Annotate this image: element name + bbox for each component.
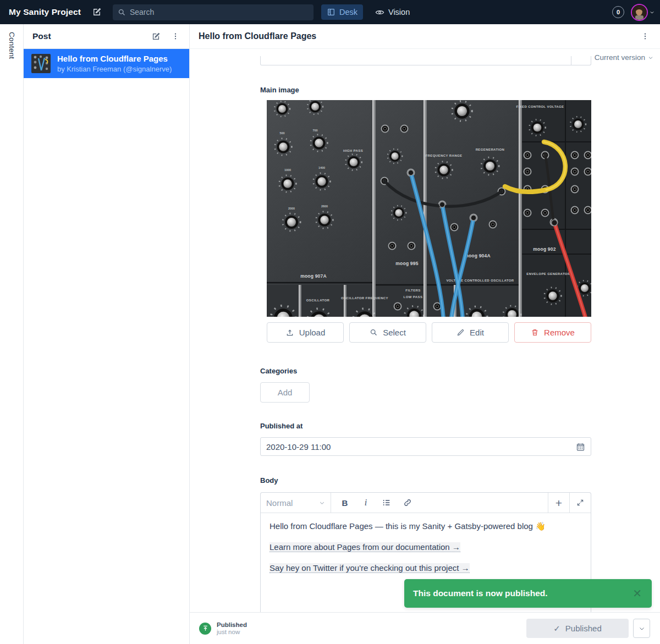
- pane-title: Post: [32, 31, 51, 41]
- photo-knob-label: 1400: [318, 166, 325, 169]
- field-action-segment[interactable]: [571, 56, 591, 65]
- remove-button[interactable]: Remove: [514, 322, 591, 343]
- edit-button[interactable]: Edit: [432, 322, 509, 343]
- post-item-title: Hello from Cloudflare Pages: [57, 54, 172, 64]
- close-icon[interactable]: ✕: [630, 586, 644, 601]
- expand-icon: [576, 499, 584, 507]
- photo-label: moog 904A: [464, 253, 491, 258]
- pencil-icon: [457, 328, 465, 337]
- add-category-button[interactable]: Add: [260, 382, 310, 403]
- photo-label: OSCILLATOR: [306, 299, 330, 302]
- photo-label: moog 907A: [300, 273, 327, 279]
- body-link-twitter[interactable]: Say hey on Twitter if you're checking ou…: [270, 563, 470, 573]
- photo-label: FREQUENCY RANGE: [426, 154, 463, 157]
- post-list-item[interactable]: Hello from Cloudflare Pages by Kristian …: [24, 49, 189, 78]
- document-footer: Published just now ✓ Published: [190, 612, 660, 644]
- bold-button[interactable]: B: [336, 494, 354, 511]
- editor-toolbar: Normal B i: [261, 493, 591, 513]
- photo-label: LOW PASS: [404, 295, 423, 299]
- upload-button[interactable]: Upload: [267, 322, 344, 343]
- photo-label: ENVELOPE GENERATOR: [526, 272, 570, 276]
- body-label: Body: [260, 476, 591, 485]
- check-icon: ✓: [553, 624, 560, 634]
- bullet-list-icon: [382, 498, 391, 507]
- eye-icon: [375, 8, 384, 17]
- photo-knob-label: 2000: [288, 207, 295, 210]
- calendar-icon[interactable]: [576, 442, 585, 452]
- top-navbar: My Sanity Project Desk Vision 0: [0, 0, 660, 24]
- publish-menu-button[interactable]: [633, 619, 650, 638]
- photo-knob-label: 2600: [321, 205, 328, 208]
- new-document-button[interactable]: [89, 4, 105, 20]
- pane-menu-button[interactable]: [167, 28, 184, 45]
- main-image-preview[interactable]: 500 700 1000 1400 2000 2600 HIGH PASS mo…: [267, 100, 591, 317]
- body-link-docs[interactable]: Learn more about Pages from our document…: [270, 542, 460, 552]
- italic-button[interactable]: i: [356, 494, 375, 511]
- bullet-list-button[interactable]: [377, 494, 396, 511]
- tab-vision[interactable]: Vision: [370, 4, 415, 20]
- post-thumbnail: [31, 54, 51, 73]
- toast-notification: This document is now published. ✕: [404, 579, 652, 608]
- upload-icon: [285, 328, 294, 337]
- kebab-icon: [641, 32, 650, 41]
- document-header: Hello from Cloudflare Pages: [190, 24, 660, 49]
- synth-photo: 500 700 1000 1400 2000 2600 HIGH PASS mo…: [267, 100, 591, 317]
- published-at-input[interactable]: [266, 442, 576, 452]
- post-list-pane: Post Hello from Cloudflare Pages: [24, 24, 190, 644]
- photo-label: OSCILLATOR FREQUENCY: [341, 296, 388, 300]
- link-icon: [403, 498, 412, 507]
- photo-label: FILTERS: [405, 289, 420, 292]
- project-title: My Sanity Project: [9, 7, 81, 17]
- document-title: Hello from Cloudflare Pages: [199, 31, 316, 41]
- published-button-label: Published: [565, 624, 602, 633]
- text-style-select[interactable]: Normal: [261, 493, 331, 513]
- search-icon: [118, 8, 126, 16]
- content-rail-label: Content: [8, 32, 16, 644]
- edit-button-label: Edit: [470, 328, 484, 337]
- compose-icon: [151, 32, 161, 41]
- notification-badge[interactable]: 0: [612, 6, 624, 18]
- photo-knob-label: 700: [312, 129, 317, 132]
- remove-button-label: Remove: [544, 328, 575, 337]
- tab-desk[interactable]: Desk: [321, 4, 363, 20]
- body-content[interactable]: Hello from Cloudflare Pages — this is my…: [261, 513, 591, 581]
- search-box[interactable]: [113, 4, 314, 20]
- photo-label: moog 995: [395, 261, 418, 266]
- published-button[interactable]: ✓ Published: [526, 619, 629, 638]
- document-scroll-area[interactable]: Current version Main image: [190, 49, 660, 612]
- select-button[interactable]: Select: [349, 322, 426, 343]
- tab-desk-label: Desk: [339, 8, 358, 16]
- categories-label: Categories: [260, 367, 591, 375]
- user-menu[interactable]: [631, 4, 654, 21]
- clipped-field-input[interactable]: [260, 56, 591, 65]
- current-version-label: Current version: [595, 53, 645, 62]
- main-image-label: Main image: [260, 86, 591, 94]
- upload-button-label: Upload: [299, 328, 326, 337]
- publish-status-title: Published: [217, 621, 247, 628]
- search-input[interactable]: [130, 8, 309, 16]
- search-icon: [370, 328, 378, 337]
- photo-label: FIXED CONTROL VOLTAGE: [516, 105, 564, 108]
- document-menu-button[interactable]: [637, 28, 653, 45]
- toast-message: This document is now published.: [413, 588, 548, 598]
- document-pane: Hello from Cloudflare Pages Current vers…: [190, 24, 660, 644]
- post-pane-header: Post: [24, 24, 189, 49]
- trash-icon: [531, 328, 539, 337]
- published-at-label: Published at: [260, 422, 591, 430]
- post-item-subtitle: by Kristian Freeman (@signalnerve): [57, 65, 172, 73]
- body-paragraph: Hello from Cloudflare Pages — this is my…: [270, 521, 582, 531]
- avatar: [631, 4, 648, 21]
- text-style-value: Normal: [266, 498, 293, 508]
- photo-label: HIGH PASS: [343, 149, 363, 152]
- chevron-down-icon: [639, 625, 645, 632]
- create-post-button[interactable]: [147, 28, 164, 45]
- insert-button[interactable]: +: [548, 493, 569, 513]
- publish-status-time: just now: [217, 629, 247, 635]
- photo-knob-label: 1000: [284, 168, 291, 172]
- current-version-dropdown[interactable]: Current version: [595, 53, 653, 62]
- content-rail: Content: [0, 24, 24, 644]
- image-actions: Upload Select Edit: [267, 322, 591, 343]
- chevron-down-icon: [648, 55, 653, 60]
- link-button[interactable]: [398, 494, 417, 511]
- fullscreen-button[interactable]: [569, 493, 591, 513]
